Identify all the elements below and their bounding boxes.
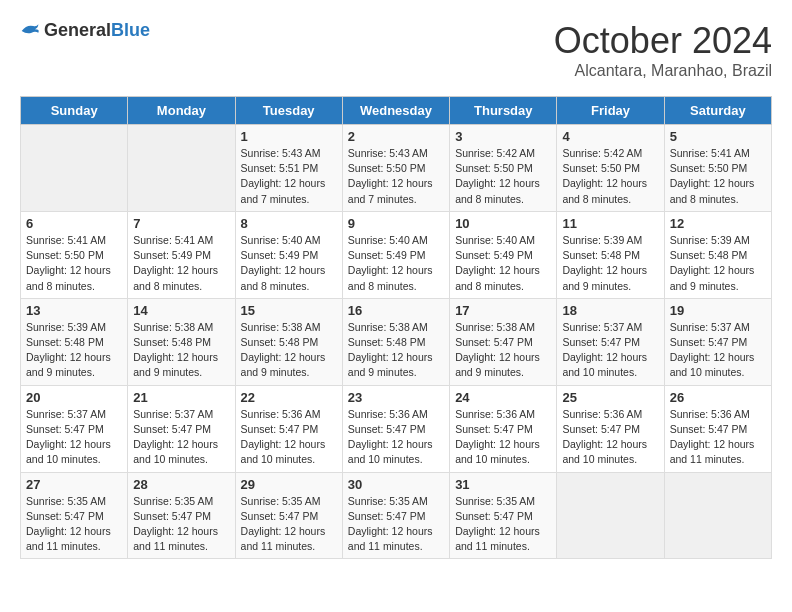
logo-general: General <box>44 20 111 40</box>
calendar-cell <box>21 125 128 212</box>
day-number: 28 <box>133 477 229 492</box>
month-title: October 2024 <box>554 20 772 62</box>
calendar-cell: 14Sunrise: 5:38 AMSunset: 5:48 PMDayligh… <box>128 298 235 385</box>
cell-content: Sunrise: 5:36 AMSunset: 5:47 PMDaylight:… <box>241 407 337 468</box>
day-number: 13 <box>26 303 122 318</box>
cell-content: Sunrise: 5:37 AMSunset: 5:47 PMDaylight:… <box>26 407 122 468</box>
day-number: 18 <box>562 303 658 318</box>
day-number: 17 <box>455 303 551 318</box>
week-row-5: 27Sunrise: 5:35 AMSunset: 5:47 PMDayligh… <box>21 472 772 559</box>
calendar-cell: 12Sunrise: 5:39 AMSunset: 5:48 PMDayligh… <box>664 211 771 298</box>
day-number: 1 <box>241 129 337 144</box>
cell-content: Sunrise: 5:37 AMSunset: 5:47 PMDaylight:… <box>670 320 766 381</box>
calendar-cell: 13Sunrise: 5:39 AMSunset: 5:48 PMDayligh… <box>21 298 128 385</box>
calendar-cell: 5Sunrise: 5:41 AMSunset: 5:50 PMDaylight… <box>664 125 771 212</box>
day-number: 23 <box>348 390 444 405</box>
day-number: 12 <box>670 216 766 231</box>
location-title: Alcantara, Maranhao, Brazil <box>554 62 772 80</box>
calendar-cell: 1Sunrise: 5:43 AMSunset: 5:51 PMDaylight… <box>235 125 342 212</box>
calendar-cell: 15Sunrise: 5:38 AMSunset: 5:48 PMDayligh… <box>235 298 342 385</box>
day-number: 31 <box>455 477 551 492</box>
cell-content: Sunrise: 5:40 AMSunset: 5:49 PMDaylight:… <box>241 233 337 294</box>
header-row: SundayMondayTuesdayWednesdayThursdayFrid… <box>21 97 772 125</box>
day-number: 26 <box>670 390 766 405</box>
calendar-cell: 10Sunrise: 5:40 AMSunset: 5:49 PMDayligh… <box>450 211 557 298</box>
day-number: 15 <box>241 303 337 318</box>
week-row-4: 20Sunrise: 5:37 AMSunset: 5:47 PMDayligh… <box>21 385 772 472</box>
header-wednesday: Wednesday <box>342 97 449 125</box>
calendar-cell: 8Sunrise: 5:40 AMSunset: 5:49 PMDaylight… <box>235 211 342 298</box>
cell-content: Sunrise: 5:36 AMSunset: 5:47 PMDaylight:… <box>562 407 658 468</box>
cell-content: Sunrise: 5:38 AMSunset: 5:47 PMDaylight:… <box>455 320 551 381</box>
calendar-cell: 3Sunrise: 5:42 AMSunset: 5:50 PMDaylight… <box>450 125 557 212</box>
calendar-cell: 9Sunrise: 5:40 AMSunset: 5:49 PMDaylight… <box>342 211 449 298</box>
calendar-cell <box>557 472 664 559</box>
cell-content: Sunrise: 5:35 AMSunset: 5:47 PMDaylight:… <box>26 494 122 555</box>
header-saturday: Saturday <box>664 97 771 125</box>
calendar-cell: 23Sunrise: 5:36 AMSunset: 5:47 PMDayligh… <box>342 385 449 472</box>
cell-content: Sunrise: 5:41 AMSunset: 5:50 PMDaylight:… <box>670 146 766 207</box>
day-number: 25 <box>562 390 658 405</box>
cell-content: Sunrise: 5:36 AMSunset: 5:47 PMDaylight:… <box>348 407 444 468</box>
logo: GeneralBlue <box>20 20 150 41</box>
calendar-cell: 26Sunrise: 5:36 AMSunset: 5:47 PMDayligh… <box>664 385 771 472</box>
day-number: 29 <box>241 477 337 492</box>
cell-content: Sunrise: 5:38 AMSunset: 5:48 PMDaylight:… <box>348 320 444 381</box>
day-number: 9 <box>348 216 444 231</box>
calendar-cell <box>128 125 235 212</box>
cell-content: Sunrise: 5:43 AMSunset: 5:50 PMDaylight:… <box>348 146 444 207</box>
day-number: 5 <box>670 129 766 144</box>
day-number: 3 <box>455 129 551 144</box>
calendar-cell: 7Sunrise: 5:41 AMSunset: 5:49 PMDaylight… <box>128 211 235 298</box>
calendar-cell: 19Sunrise: 5:37 AMSunset: 5:47 PMDayligh… <box>664 298 771 385</box>
cell-content: Sunrise: 5:35 AMSunset: 5:47 PMDaylight:… <box>455 494 551 555</box>
calendar-cell: 4Sunrise: 5:42 AMSunset: 5:50 PMDaylight… <box>557 125 664 212</box>
day-number: 14 <box>133 303 229 318</box>
header-thursday: Thursday <box>450 97 557 125</box>
header-tuesday: Tuesday <box>235 97 342 125</box>
cell-content: Sunrise: 5:42 AMSunset: 5:50 PMDaylight:… <box>562 146 658 207</box>
calendar-cell: 21Sunrise: 5:37 AMSunset: 5:47 PMDayligh… <box>128 385 235 472</box>
header-friday: Friday <box>557 97 664 125</box>
cell-content: Sunrise: 5:39 AMSunset: 5:48 PMDaylight:… <box>26 320 122 381</box>
cell-content: Sunrise: 5:41 AMSunset: 5:50 PMDaylight:… <box>26 233 122 294</box>
calendar-cell: 2Sunrise: 5:43 AMSunset: 5:50 PMDaylight… <box>342 125 449 212</box>
day-number: 30 <box>348 477 444 492</box>
cell-content: Sunrise: 5:37 AMSunset: 5:47 PMDaylight:… <box>133 407 229 468</box>
cell-content: Sunrise: 5:35 AMSunset: 5:47 PMDaylight:… <box>241 494 337 555</box>
cell-content: Sunrise: 5:35 AMSunset: 5:47 PMDaylight:… <box>348 494 444 555</box>
calendar-cell: 31Sunrise: 5:35 AMSunset: 5:47 PMDayligh… <box>450 472 557 559</box>
day-number: 20 <box>26 390 122 405</box>
day-number: 10 <box>455 216 551 231</box>
week-row-2: 6Sunrise: 5:41 AMSunset: 5:50 PMDaylight… <box>21 211 772 298</box>
calendar-cell: 30Sunrise: 5:35 AMSunset: 5:47 PMDayligh… <box>342 472 449 559</box>
day-number: 4 <box>562 129 658 144</box>
cell-content: Sunrise: 5:37 AMSunset: 5:47 PMDaylight:… <box>562 320 658 381</box>
cell-content: Sunrise: 5:43 AMSunset: 5:51 PMDaylight:… <box>241 146 337 207</box>
day-number: 21 <box>133 390 229 405</box>
cell-content: Sunrise: 5:39 AMSunset: 5:48 PMDaylight:… <box>562 233 658 294</box>
calendar-cell: 17Sunrise: 5:38 AMSunset: 5:47 PMDayligh… <box>450 298 557 385</box>
day-number: 27 <box>26 477 122 492</box>
day-number: 16 <box>348 303 444 318</box>
day-number: 8 <box>241 216 337 231</box>
cell-content: Sunrise: 5:35 AMSunset: 5:47 PMDaylight:… <box>133 494 229 555</box>
day-number: 2 <box>348 129 444 144</box>
cell-content: Sunrise: 5:42 AMSunset: 5:50 PMDaylight:… <box>455 146 551 207</box>
calendar-cell: 11Sunrise: 5:39 AMSunset: 5:48 PMDayligh… <box>557 211 664 298</box>
calendar-cell: 20Sunrise: 5:37 AMSunset: 5:47 PMDayligh… <box>21 385 128 472</box>
calendar-cell: 22Sunrise: 5:36 AMSunset: 5:47 PMDayligh… <box>235 385 342 472</box>
cell-content: Sunrise: 5:41 AMSunset: 5:49 PMDaylight:… <box>133 233 229 294</box>
calendar-cell: 25Sunrise: 5:36 AMSunset: 5:47 PMDayligh… <box>557 385 664 472</box>
cell-content: Sunrise: 5:40 AMSunset: 5:49 PMDaylight:… <box>348 233 444 294</box>
calendar-cell: 28Sunrise: 5:35 AMSunset: 5:47 PMDayligh… <box>128 472 235 559</box>
header-sunday: Sunday <box>21 97 128 125</box>
day-number: 6 <box>26 216 122 231</box>
calendar-cell: 18Sunrise: 5:37 AMSunset: 5:47 PMDayligh… <box>557 298 664 385</box>
day-number: 11 <box>562 216 658 231</box>
calendar-table: SundayMondayTuesdayWednesdayThursdayFrid… <box>20 96 772 559</box>
day-number: 7 <box>133 216 229 231</box>
cell-content: Sunrise: 5:40 AMSunset: 5:49 PMDaylight:… <box>455 233 551 294</box>
day-number: 24 <box>455 390 551 405</box>
cell-content: Sunrise: 5:39 AMSunset: 5:48 PMDaylight:… <box>670 233 766 294</box>
